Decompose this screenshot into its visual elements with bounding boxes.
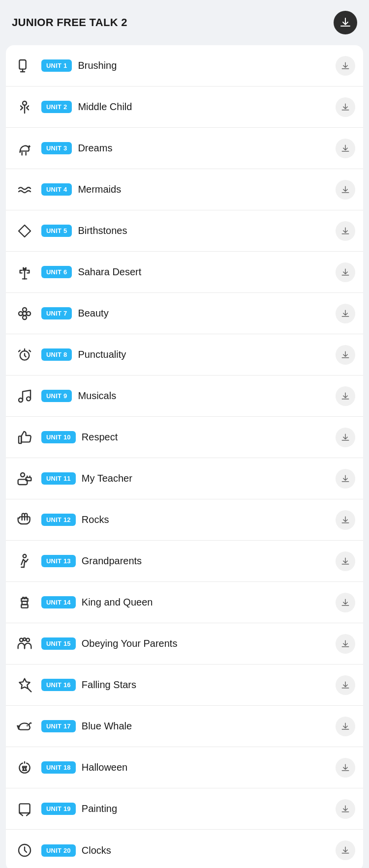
unit-row[interactable]: UNIT 9 Musicals (6, 376, 363, 417)
unit-row[interactable]: UNIT 19 Painting (6, 788, 363, 830)
canvas-icon (14, 798, 35, 820)
download-icon (340, 309, 350, 318)
download-icon (340, 185, 350, 195)
unit-download-button[interactable] (336, 262, 355, 282)
unit-title: Sahara Desert (78, 266, 336, 278)
download-icon (340, 350, 350, 360)
pumpkin-icon (14, 757, 35, 779)
unit-badge: UNIT 13 (41, 555, 76, 567)
svg-point-15 (21, 473, 25, 477)
svg-point-14 (27, 397, 31, 401)
unit-row[interactable]: UNIT 7 Beauty (6, 293, 363, 334)
horse-icon (14, 138, 35, 159)
unit-badge: UNIT 14 (41, 596, 76, 608)
download-all-icon (339, 17, 351, 29)
person-walking-icon (14, 550, 35, 572)
unit-row[interactable]: UNIT 15 Obeying Your Parents (6, 623, 363, 665)
unit-row[interactable]: UNIT 12 Rocks (6, 499, 363, 541)
unit-row[interactable]: UNIT 4 Mermaids (6, 169, 363, 210)
waves-icon (14, 179, 35, 201)
unit-badge: UNIT 2 (41, 101, 72, 113)
unit-badge: UNIT 16 (41, 679, 76, 691)
unit-title: My Teacher (82, 473, 336, 484)
unit-title: Painting (82, 803, 336, 814)
unit-badge: UNIT 12 (41, 514, 76, 526)
unit-title: Obeying Your Parents (82, 638, 336, 649)
alarm-clock-icon (14, 344, 35, 366)
unit-row[interactable]: UNIT 5 Birthstones (6, 210, 363, 252)
unit-title: Middle Child (78, 101, 336, 113)
unit-title: Rocks (82, 514, 336, 525)
unit-row[interactable]: UNIT 11 My Teacher (6, 458, 363, 499)
unit-title: Respect (82, 432, 336, 443)
unit-download-button[interactable] (336, 717, 355, 736)
star-falling-icon (14, 674, 35, 696)
unit-title: Clocks (82, 845, 336, 856)
unit-download-button[interactable] (336, 593, 355, 612)
download-icon (340, 639, 350, 649)
diamond-icon (14, 220, 35, 242)
unit-download-button[interactable] (336, 304, 355, 323)
download-all-button[interactable] (334, 11, 357, 34)
unit-row[interactable]: UNIT 6 Sahara Desert (6, 252, 363, 293)
svg-line-30 (28, 688, 31, 692)
unit-badge: UNIT 4 (41, 183, 72, 196)
download-icon (340, 680, 350, 690)
unit-title: Brushing (78, 60, 336, 71)
unit-title: Falling Stars (82, 679, 336, 691)
unit-badge: UNIT 7 (41, 307, 72, 319)
fist-icon (14, 509, 35, 531)
unit-download-button[interactable] (336, 180, 355, 200)
unit-download-button[interactable] (336, 428, 355, 447)
unit-download-button[interactable] (336, 386, 355, 406)
unit-row[interactable]: UNIT 10 Respect (6, 417, 363, 458)
person-arms-up-icon (14, 96, 35, 118)
unit-download-button[interactable] (336, 97, 355, 117)
unit-row[interactable]: UNIT 13 Grandparents (6, 541, 363, 582)
flower-icon (14, 303, 35, 324)
unit-download-button[interactable] (336, 139, 355, 158)
unit-title: Dreams (78, 143, 336, 154)
unit-download-button[interactable] (336, 551, 355, 571)
svg-point-31 (27, 725, 28, 726)
unit-title: Blue Whale (82, 721, 336, 732)
unit-row[interactable]: UNIT 2 Middle Child (6, 87, 363, 128)
unit-badge: UNIT 15 (41, 637, 76, 650)
unit-download-button[interactable] (336, 634, 355, 654)
unit-download-button[interactable] (336, 469, 355, 489)
unit-row[interactable]: UNIT 17 Blue Whale (6, 706, 363, 747)
unit-download-button[interactable] (336, 840, 355, 860)
unit-row[interactable]: UNIT 18 Halloween (6, 747, 363, 788)
unit-badge: UNIT 10 (41, 431, 76, 443)
unit-badge: UNIT 6 (41, 266, 72, 278)
unit-download-button[interactable] (336, 510, 355, 530)
family-icon (14, 633, 35, 655)
download-icon (340, 226, 350, 236)
unit-list: UNIT 1 Brushing UNIT 2 Middle Child UNIT… (6, 45, 363, 868)
download-icon (340, 598, 350, 608)
download-icon (340, 515, 350, 525)
unit-badge: UNIT 1 (41, 59, 72, 72)
download-icon (340, 61, 350, 71)
clock-icon (14, 839, 35, 861)
unit-row[interactable]: UNIT 1 Brushing (6, 45, 363, 87)
unit-row[interactable]: UNIT 14 King and Queen (6, 582, 363, 623)
svg-rect-0 (19, 60, 26, 69)
unit-download-button[interactable] (336, 221, 355, 241)
svg-point-27 (20, 638, 23, 641)
whale-icon (14, 716, 35, 737)
unit-row[interactable]: UNIT 16 Falling Stars (6, 665, 363, 706)
download-icon (340, 391, 350, 401)
svg-point-28 (26, 638, 30, 641)
unit-title: Grandparents (82, 555, 336, 567)
unit-download-button[interactable] (336, 799, 355, 819)
unit-download-button[interactable] (336, 675, 355, 695)
unit-row[interactable]: UNIT 8 Punctuality (6, 334, 363, 376)
unit-download-button[interactable] (336, 345, 355, 365)
unit-row[interactable]: UNIT 20 Clocks (6, 830, 363, 868)
header: JUNIOR FREE TALK 2 (0, 0, 369, 45)
unit-download-button[interactable] (336, 758, 355, 778)
unit-title: Musicals (78, 390, 336, 402)
unit-row[interactable]: UNIT 3 Dreams (6, 128, 363, 169)
unit-download-button[interactable] (336, 56, 355, 76)
